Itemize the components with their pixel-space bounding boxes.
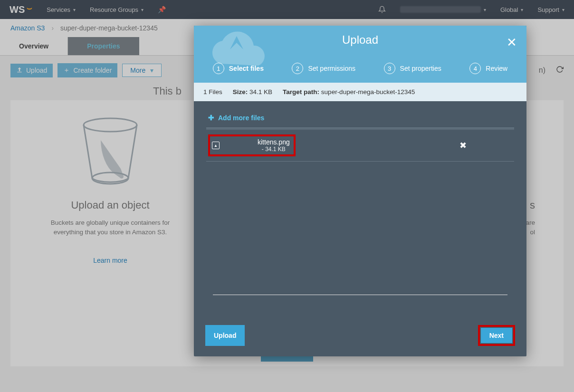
step-select-files[interactable]: 1 Select files <box>213 63 264 74</box>
close-icon[interactable]: ✕ <box>507 35 517 50</box>
bell-icon[interactable] <box>378 6 386 13</box>
step-num: 4 <box>469 63 481 74</box>
modal-body: ✚ Add more files ▲ kittens.png - 34.1 KB… <box>194 101 526 316</box>
breadcrumb-bucket: super-duper-mega-bucket-12345 <box>60 24 158 32</box>
nav-services-label: Services <box>47 6 70 13</box>
size-value: 34.1 KB <box>249 88 272 96</box>
bucket-icon <box>72 116 148 188</box>
plus-icon: ✚ <box>208 114 214 122</box>
more-label: More <box>130 67 145 74</box>
step-set-properties[interactable]: 3 Set properties <box>384 63 441 74</box>
region-text-truncated: n) <box>539 66 545 75</box>
file-size: - 34.1 KB <box>258 146 290 153</box>
chevron-down-icon: ▾ <box>484 7 486 12</box>
top-nav: WS ⌣ Services ▾ Resource Groups ▾ 📌 ▾ Gl… <box>0 0 574 19</box>
size-label: Size: <box>233 88 248 96</box>
step-num: 2 <box>292 63 303 74</box>
refresh-icon[interactable] <box>556 66 564 75</box>
account-name-blurred <box>400 6 481 13</box>
learn-more-link[interactable]: Learn more <box>39 257 182 264</box>
file-name: kittens.png <box>258 138 290 146</box>
svg-point-1 <box>84 118 137 132</box>
modal-upload-button[interactable]: Upload <box>205 325 245 346</box>
nav-resource-groups-label: Resource Groups <box>90 6 138 13</box>
upload-summary-bar: 1 Files Size: 34.1 KB Target path: super… <box>194 83 526 101</box>
wizard-steps: 1 Select files 2 Set permissions 3 Set p… <box>194 63 526 74</box>
upload-modal: Upload ✕ 1 Select files 2 Set permission… <box>194 26 526 356</box>
step-review[interactable]: 4 Review <box>469 63 507 74</box>
pin-icon[interactable]: 📌 <box>158 6 166 13</box>
aws-logo-text: WS <box>10 4 25 15</box>
step-label: Set permissions <box>308 65 355 72</box>
target-value: super-duper-mega-bucket-12345 <box>321 88 415 96</box>
step-num: 1 <box>213 63 224 74</box>
nav-support[interactable]: Support ▾ <box>537 6 564 13</box>
tab-overview[interactable]: Overview <box>0 37 68 55</box>
nav-resource-groups[interactable]: Resource Groups ▾ <box>90 6 144 13</box>
nav-account[interactable]: ▾ <box>400 6 486 13</box>
upload-button[interactable]: Upload <box>10 64 53 77</box>
step-label: Set properties <box>400 65 441 72</box>
file-row: ▲ kittens.png - 34.1 KB ✖ <box>206 129 514 162</box>
breadcrumb-root[interactable]: Amazon S3 <box>10 24 45 32</box>
step-label: Select files <box>229 65 264 72</box>
nav-region-label: Global <box>500 6 518 13</box>
step-label: Review <box>486 65 507 72</box>
nav-services[interactable]: Services ▾ <box>47 6 76 13</box>
remove-file-icon[interactable]: ✖ <box>459 140 467 151</box>
aws-logo-swoosh: ⌣ <box>27 3 32 13</box>
chevron-down-icon: ▾ <box>521 7 523 12</box>
card-upload-title: Upload an object <box>39 199 182 211</box>
step-num: 3 <box>384 63 395 74</box>
chevron-down-icon: ▾ <box>150 67 153 74</box>
card-upload-desc: Buckets are globally unique containers f… <box>39 218 182 237</box>
nav-support-label: Support <box>537 6 559 13</box>
more-dropdown[interactable]: More ▾ <box>122 64 162 77</box>
files-count: 1 Files <box>203 88 222 96</box>
aws-logo[interactable]: WS ⌣ <box>10 4 32 15</box>
svg-rect-0 <box>17 72 21 72</box>
add-more-label: Add more files <box>218 114 264 122</box>
upload-icon <box>16 67 23 75</box>
image-file-icon: ▲ <box>212 142 220 149</box>
target-field: Target path: super-duper-mega-bucket-123… <box>283 88 415 96</box>
add-more-files[interactable]: ✚ Add more files <box>206 111 514 125</box>
chevron-down-icon: ▾ <box>141 7 144 12</box>
create-folder-label: Create folder <box>73 67 112 74</box>
step-set-permissions[interactable]: 2 Set permissions <box>292 63 355 74</box>
nav-region[interactable]: Global ▾ <box>500 6 524 13</box>
chevron-down-icon: ▾ <box>73 7 76 12</box>
create-folder-button[interactable]: ＋ Create folder <box>57 63 117 77</box>
modal-header: Upload ✕ 1 Select files 2 Set permission… <box>194 26 526 83</box>
modal-footer: Upload Next <box>194 316 526 356</box>
chevron-down-icon: ▾ <box>562 7 564 12</box>
size-field: Size: 34.1 KB <box>233 88 272 96</box>
upload-button-label: Upload <box>26 67 47 74</box>
modal-next-button[interactable]: Next <box>481 328 512 343</box>
empty-card-upload: Upload an object Buckets are globally un… <box>39 116 182 350</box>
target-label: Target path: <box>283 88 319 96</box>
breadcrumb-sep: › <box>51 24 54 32</box>
plus-icon: ＋ <box>63 66 70 75</box>
tab-properties[interactable]: Properties <box>68 37 139 55</box>
